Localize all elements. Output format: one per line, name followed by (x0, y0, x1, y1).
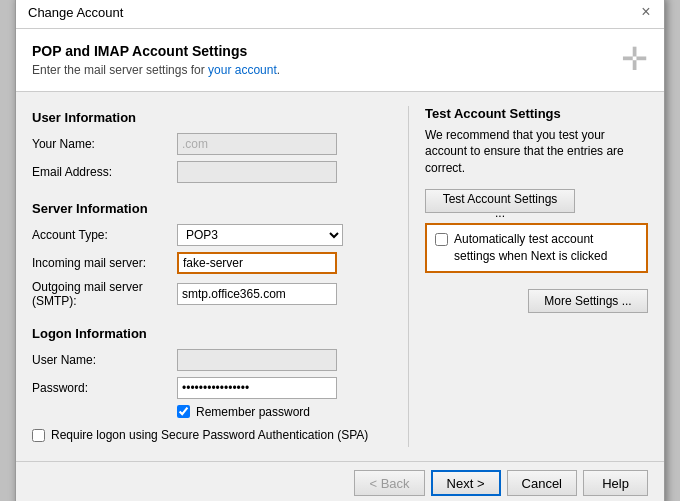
incoming-server-input[interactable] (177, 252, 337, 274)
account-type-row: Account Type: POP3 IMAP (32, 224, 388, 246)
outgoing-server-label: Outgoing mail server (SMTP): (32, 280, 177, 308)
server-info-section-label: Server Information (32, 201, 388, 216)
your-name-input[interactable] (177, 133, 337, 155)
auto-test-label: Automatically test account settings when… (454, 231, 638, 265)
logon-section-label: Logon Information (32, 326, 388, 341)
dialog-body: User Information Your Name: Email Addres… (16, 92, 664, 462)
cancel-button[interactable]: Cancel (507, 470, 577, 496)
dialog-title: Change Account (28, 5, 123, 20)
auto-test-checkbox[interactable] (435, 233, 448, 246)
password-row: Password: (32, 377, 388, 399)
cursor-icon: ✛ (621, 43, 648, 75)
email-address-row: Email Address: (32, 161, 388, 183)
account-type-label: Account Type: (32, 228, 177, 242)
password-label: Password: (32, 381, 177, 395)
more-settings-button[interactable]: More Settings ... (528, 289, 648, 313)
right-panel: Test Account Settings We recommend that … (408, 106, 648, 448)
header-title: POP and IMAP Account Settings (32, 43, 280, 59)
auto-test-box: Automatically test account settings when… (425, 223, 648, 273)
email-address-label: Email Address: (32, 165, 177, 179)
account-type-select[interactable]: POP3 IMAP (177, 224, 343, 246)
username-label: User Name: (32, 353, 177, 367)
left-panel: User Information Your Name: Email Addres… (32, 106, 388, 448)
remember-password-row: Remember password (32, 405, 388, 419)
test-account-settings-button[interactable]: Test Account Settings ... (425, 189, 575, 213)
back-button[interactable]: < Back (354, 470, 424, 496)
username-input[interactable] (177, 349, 337, 371)
dialog-footer: < Back Next > Cancel Help (16, 461, 664, 501)
user-info-section-label: User Information (32, 110, 388, 125)
remember-password-checkbox[interactable] (177, 405, 190, 418)
your-name-label: Your Name: (32, 137, 177, 151)
password-input[interactable] (177, 377, 337, 399)
header-subtitle: Enter the mail server settings for your … (32, 63, 280, 77)
help-button[interactable]: Help (583, 470, 648, 496)
your-name-row: Your Name: (32, 133, 388, 155)
outgoing-server-row: Outgoing mail server (SMTP): (32, 280, 388, 308)
incoming-server-row: Incoming mail server: (32, 252, 388, 274)
title-bar: Change Account × (16, 0, 664, 29)
outgoing-server-input[interactable] (177, 283, 337, 305)
incoming-server-label: Incoming mail server: (32, 256, 177, 270)
spa-checkbox[interactable] (32, 429, 45, 442)
remember-password-label: Remember password (196, 405, 310, 419)
close-button[interactable]: × (636, 2, 656, 22)
dialog-header: POP and IMAP Account Settings Enter the … (16, 29, 664, 92)
more-settings-row: More Settings ... (425, 289, 648, 313)
your-account-link[interactable]: your account (208, 63, 277, 77)
next-button[interactable]: Next > (431, 470, 501, 496)
test-account-title: Test Account Settings (425, 106, 648, 121)
email-address-input[interactable] (177, 161, 337, 183)
spa-row: Require logon using Secure Password Auth… (32, 427, 388, 444)
spa-label: Require logon using Secure Password Auth… (51, 427, 368, 444)
test-account-description: We recommend that you test your account … (425, 127, 648, 177)
change-account-dialog: Change Account × POP and IMAP Account Se… (15, 0, 665, 501)
username-row: User Name: (32, 349, 388, 371)
